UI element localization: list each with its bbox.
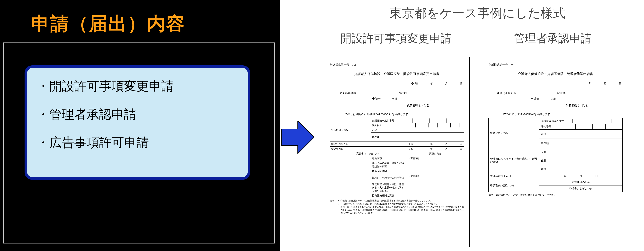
form1-notes: 備考 １介護老人保健施設の許可又は介護医療院の許可に該当する付表と必要書類を添付… [330, 199, 464, 215]
f1-insno: 介護保険事業所番号 [371, 118, 407, 123]
form2-applicant: 申請者 [531, 97, 550, 101]
f1-permitval: 平成 年 月 日 [407, 142, 464, 146]
f1-permitdate: 開設許可年月日 [330, 142, 407, 146]
form1-statement: 次のとおり開設許可事項の変更の許可を申請します。 [344, 112, 464, 116]
content-box: ・開設許可事項変更申請 ・管理者承認申請 ・広告事項許可申請 [24, 65, 250, 180]
page-title: 申請（届出）内容 [31, 11, 186, 36]
f2-facaddr: 所在地 [539, 139, 567, 148]
bullet-3: ・広告事項許可申請 [37, 134, 238, 151]
f1-conthdr: 変更の内容 [407, 151, 464, 156]
f1-chghdr: 変更事項（該当に○） [330, 151, 407, 156]
f1-chgdate: 変更年月日 [330, 146, 407, 151]
f2-startval: 年 月 日 [539, 173, 622, 179]
form2-name: 名称 [550, 97, 622, 101]
form1-code: 別紙様式第一号（九） [330, 63, 464, 67]
f2-reason: 申請理由（該当に○） [488, 179, 539, 192]
case-study-label: 東京都をケース事例にした様式 [390, 5, 566, 22]
form2-notes: 備考 管理者になろうとする者の経歴等を添付してください。 [488, 193, 622, 197]
f2-insno: 介護保険事業所番号 [539, 118, 567, 124]
f1-before: （変更前） [407, 156, 464, 174]
form-1: 別紙様式第一号（九） 介護老人保健施設・介護医療院 開設許可事項変更申請書 令和… [324, 57, 470, 247]
bullet-1: ・開設許可事項変更申請 [37, 78, 238, 95]
form2-recipient: 知事（市長）殿 [488, 91, 524, 95]
f1-fac: 申請に係る施設 [330, 118, 371, 142]
f1-n2b: なお、電子申請届出システムを利用する際は、介護老人保健施設の許可又は介護医療院の… [340, 206, 464, 214]
form1-addr-label: 所在地 [398, 91, 464, 95]
f2-r2: 管理者の変更のため [539, 186, 622, 192]
form2-date: 年 月 日 [488, 82, 622, 86]
form2-addr: 所在地 [557, 91, 622, 95]
f1-facaddr: 所在地 [371, 133, 407, 142]
form1-date: 令和 年 月 日 [330, 82, 464, 86]
f2-start: 管理者就任予定日 [488, 173, 539, 179]
f1-share: 施設の共用の場合の利用計画 [371, 174, 407, 182]
svg-marker-0 [282, 121, 314, 154]
f1-coop: 協力医療機関 [371, 169, 407, 174]
f1-after: （変更後） [407, 174, 464, 198]
form2-label: 管理者承認申請 [514, 31, 592, 46]
f2-facname: 名称 [539, 129, 567, 139]
bullet-2: ・管理者承認申請 [37, 106, 238, 123]
f2-corpno: 法人番号 [539, 124, 567, 130]
form2-table: 申請に係る施設 介護保険事業所番号 法人番号 名称 所在地 管理者になろうとする… [488, 118, 622, 192]
form2-statement: 次のとおり管理者の承認を申請します。 [503, 112, 622, 116]
f1-corpno: 法人番号 [371, 123, 407, 128]
f2-mname: 氏名 [539, 148, 567, 156]
f2-mqual: 資格 [539, 165, 567, 173]
form1-table: 申請に係る施設 介護保険事業所番号 法人番号 名称 所在地 開設許可年月日 平成… [330, 118, 464, 198]
f1-noteslabel: 備考 [330, 199, 336, 215]
form1-rep: 代表者職名・氏名 [372, 104, 464, 108]
left-panel: 申請（届出）内容 ・開設許可事項変更申請 ・管理者承認申請 ・広告事項許可申請 [0, 0, 280, 251]
f1-site: 敷地面積 [371, 156, 407, 161]
f2-fac: 申請に係る施設 [488, 118, 539, 148]
form2-title: 介護老人保健施設・介護医療院 管理者承認申請書 [488, 72, 622, 76]
form1-label: 開設許可事項変更申請 [340, 31, 452, 46]
f2-mgr: 管理者になろうとする者の氏名、住所及び資格 [488, 148, 539, 173]
form2-rep: 代表者職名・氏名 [531, 104, 622, 108]
f1-bldg: 建物の構造概要・施設及び構造設備の概要 [371, 161, 407, 169]
f1-facname: 名称 [371, 128, 407, 133]
arrow-icon [282, 121, 314, 154]
form1-title: 介護老人保健施設・介護医療院 開設許可事項変更申請書 [330, 72, 464, 76]
form1-recipient: 東京都知事殿 [330, 91, 366, 95]
f1-medchg: 協力医療機関の変更 [371, 193, 407, 198]
f1-chgval: 令和 年 月 日 [407, 146, 464, 151]
f1-rules: 運営規程（職種・員数・職務内容・入所定員の増加に関する部分に限る。） [371, 182, 407, 193]
form1-name: 名称 [392, 97, 464, 101]
form-2: 別紙様式第一号（十） 介護老人保健施設・介護医療院 管理者承認申請書 年 月 日… [483, 57, 628, 247]
f1-n2: 「変更事項」の「変更の内容」は、変更前と変更後の内容が具体的に分かるように記入し… [340, 202, 464, 205]
form2-code: 別紙様式第一号（十） [488, 63, 622, 67]
form1-applicant: 申請者 [372, 97, 392, 101]
f2-r1: 新規開設のため [539, 179, 622, 186]
f1-n1: 介護老人保健施設の許可又は介護医療院の許可に該当する付表と必要書類を添付してくだ… [340, 199, 464, 202]
f2-maddr: 住所 [539, 156, 567, 165]
